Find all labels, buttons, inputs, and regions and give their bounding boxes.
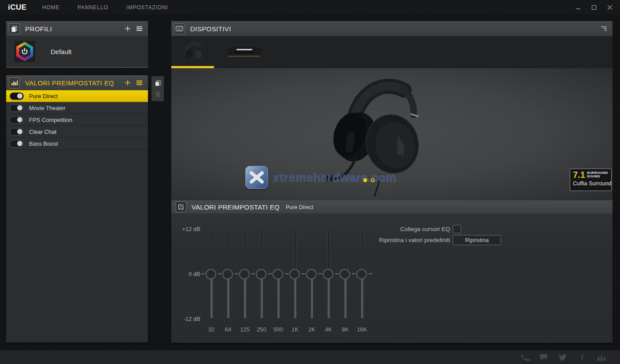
xtremehardware-logo-icon	[245, 166, 268, 189]
eq-slider-knob[interactable]	[273, 269, 283, 279]
close-button[interactable]	[605, 3, 615, 12]
support-phone-icon[interactable]: 24	[519, 353, 529, 362]
eq-slider-knob[interactable]	[239, 269, 250, 279]
titlebar: iCUE HOMEPANNELLOIMPOSTAZIONI	[0, 0, 620, 15]
slider-track-upper	[261, 228, 263, 274]
eq-slider-knob[interactable]	[356, 269, 367, 279]
slider-track-lower	[227, 274, 229, 318]
eq-preset-list: Pure DirectMovie TheaterFPS CompetitionC…	[6, 90, 148, 150]
eq-band-1k: 1K	[289, 228, 301, 334]
slider-track-lower	[344, 274, 347, 318]
preset-toggle[interactable]	[10, 140, 24, 147]
slider-track-upper	[311, 228, 313, 274]
eq-band-label: 16K	[352, 326, 372, 333]
eq-preset-bass-boost[interactable]: Bass Boost	[6, 138, 148, 150]
preset-side-actions	[151, 76, 164, 101]
filter-icon[interactable]	[599, 24, 608, 33]
window-controls	[573, 0, 615, 15]
surround-label-2: SOUND	[587, 175, 608, 178]
menu-impostazioni[interactable]: IMPOSTAZIONI	[126, 4, 168, 11]
preset-toggle[interactable]	[10, 128, 24, 136]
menu-home[interactable]: HOME	[42, 4, 59, 11]
eq-slider-knob[interactable]	[206, 269, 216, 279]
profiles-header: PROFILI	[6, 21, 148, 36]
preset-toggle[interactable]	[10, 116, 24, 124]
eq-preset-pure-direct[interactable]: Pure Direct	[6, 90, 148, 102]
carousel-dot-2[interactable]	[371, 178, 375, 182]
menu-pannello[interactable]: PANNELLO	[78, 4, 108, 11]
device-stage: xtremehardware.com 7.1 SURROUND SOUND Cu…	[171, 68, 613, 200]
duplicate-icon[interactable]	[154, 79, 162, 87]
eq-editor-title: VALORI PREIMPOSTATI EQ	[192, 203, 280, 211]
toggle-knob	[17, 141, 22, 146]
preset-label: Movie Theater	[29, 105, 66, 111]
add-preset-button[interactable]	[123, 78, 132, 87]
eq-band-250: 250	[256, 228, 267, 334]
eq-preset-movie-theater[interactable]: Movie Theater	[6, 102, 148, 114]
slider-track-lower	[277, 274, 280, 318]
eq-presets-header: VALORI PREIMPOSTATI EQ	[6, 75, 148, 90]
minimize-button[interactable]	[573, 3, 583, 12]
trash-icon[interactable]	[154, 90, 162, 98]
eq-presets-panel: VALORI PREIMPOSTATI EQ Pure DirectMovie …	[6, 75, 148, 342]
carousel-dots	[363, 178, 375, 182]
twitter-icon[interactable]	[557, 353, 568, 362]
eq-slider-knob[interactable]	[289, 269, 300, 279]
slider-track-lower	[210, 274, 213, 318]
edit-icon[interactable]	[176, 202, 186, 212]
watermark: xtremehardware.com	[245, 166, 396, 189]
eq-band-500: 500	[273, 228, 284, 334]
icue-window: iCUE HOMEPANNELLOIMPOSTAZIONI PROFILI	[0, 0, 620, 364]
eq-presets-title: VALORI PREIMPOSTATI EQ	[25, 79, 121, 87]
maximize-button[interactable]	[589, 3, 599, 12]
preset-toggle[interactable]	[10, 104, 24, 112]
bottom-bar: 24 f	[0, 350, 620, 364]
slider-track-upper	[361, 228, 363, 274]
eq-band-64: 64	[222, 228, 234, 334]
device-tab-ram[interactable]	[220, 36, 269, 68]
devices-title: DISPOSITIVI	[190, 25, 599, 33]
preset-toggle[interactable]	[10, 92, 24, 100]
slider-track-upper	[244, 228, 246, 274]
device-tab-headset[interactable]	[171, 36, 214, 68]
eq-slider-knob[interactable]	[306, 269, 317, 279]
eq-slider-knob[interactable]	[256, 269, 266, 279]
eq-slider-knob[interactable]	[222, 269, 233, 279]
scale-top-label: +12 dB	[174, 226, 200, 232]
eq-slider-knob[interactable]	[340, 269, 350, 279]
toggle-knob	[17, 117, 22, 122]
facebook-icon[interactable]: f	[577, 353, 587, 362]
phone-badge: 24	[526, 358, 530, 362]
equalizer-icon	[9, 77, 20, 88]
watermark-text: xtremehardware.com	[273, 171, 396, 184]
profile-item-default[interactable]: Default	[6, 36, 148, 67]
eq-band-16k: 16K	[356, 228, 368, 334]
eq-band-125: 125	[239, 228, 251, 334]
app-logo: iCUE	[8, 3, 33, 12]
eq-presets-menu-button[interactable]	[135, 78, 144, 87]
eq-band-8k: 8K	[340, 228, 351, 334]
corsair-icon[interactable]	[596, 353, 607, 362]
surround-caption: Cuffia Surround	[573, 180, 609, 187]
link-sliders-checkbox[interactable]	[453, 225, 461, 233]
scale-bottom-label: -12 dB	[174, 316, 200, 322]
link-sliders-label: Collega cursori EQ	[400, 226, 450, 232]
eq-slider-knob[interactable]	[323, 269, 333, 279]
eq-preset-fps-competition[interactable]: FPS Competition	[6, 114, 148, 126]
eq-editor-preset-name: Pure Direct	[286, 203, 314, 210]
profiles-menu-button[interactable]	[135, 24, 144, 33]
slider-track-lower	[244, 274, 246, 318]
chat-icon[interactable]	[538, 353, 549, 362]
toggle-knob	[17, 129, 22, 134]
add-profile-button[interactable]	[123, 24, 132, 33]
eq-preset-clear-chat[interactable]: Clear Chat	[6, 126, 148, 138]
surround-badge: 7.1 SURROUND SOUND Cuffia Surround	[570, 169, 612, 191]
eq-band-4k: 4K	[323, 228, 334, 334]
slider-track-lower	[294, 274, 296, 318]
profile-avatar	[14, 41, 35, 62]
slider-track-lower	[261, 274, 263, 318]
devices-header: DISPOSITIVI	[171, 21, 613, 36]
carousel-dot-1[interactable]	[363, 178, 367, 182]
profiles-panel: PROFILI Default	[6, 21, 148, 68]
reset-button[interactable]: Ripristina	[453, 235, 501, 245]
